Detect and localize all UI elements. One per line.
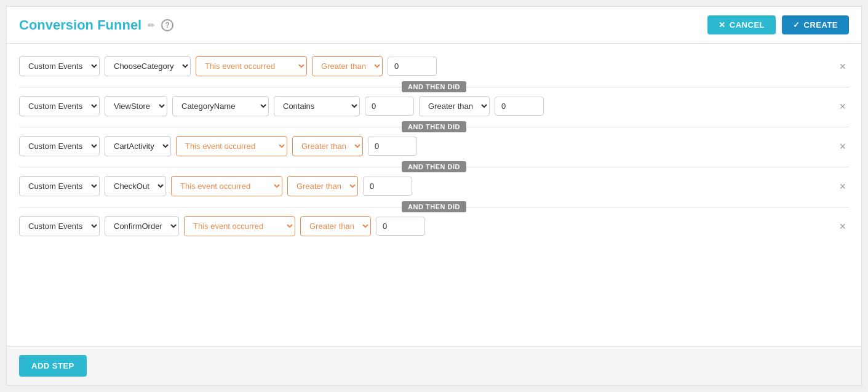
add-step-button[interactable]: ADD STEP [19,355,87,377]
separator-line-3-right [466,167,849,167]
step3-remove-button[interactable]: × [836,141,849,152]
step5-value[interactable] [376,217,425,236]
separator-label-1: AND THEN DID [402,81,466,92]
separator-4: AND THEN DID [19,201,849,212]
step3-event-name[interactable]: CartActivity [105,136,171,156]
step2-occurrence[interactable]: CategoryName This event occurred [172,96,269,116]
step4-remove-button[interactable]: × [836,181,849,192]
step2-value[interactable] [365,97,414,116]
step4-occurrence[interactable]: This event occurred This event did not o… [171,176,282,196]
step1-remove-button[interactable]: × [836,61,849,72]
step3-occurrence[interactable]: This event occurred This event did not o… [176,136,287,156]
separator-line-3 [19,167,402,167]
step4-comparator[interactable]: Greater than Less than Equal to [287,176,358,196]
create-icon: ✓ [793,20,800,30]
header: Conversion Funnel ✏ ? ✕ CANCEL ✓ CREATE [7,7,861,44]
step2-remove-button[interactable]: × [836,101,849,112]
step4-value[interactable] [363,177,412,196]
page-title: Conversion Funnel [19,17,141,33]
step3-comparator[interactable]: Greater than Less than Equal to [292,136,363,156]
page-container: Conversion Funnel ✏ ? ✕ CANCEL ✓ CREATE … [6,6,862,386]
step1-occurrence[interactable]: This event occurred This event did not o… [196,56,307,76]
step1-event-name[interactable]: ChooseCategory [105,56,191,76]
step1-comparator[interactable]: Greater than Less than Equal to [312,56,383,76]
separator-line-right [466,87,849,87]
separator-line-4 [19,207,402,207]
help-icon[interactable]: ? [161,19,173,31]
step5-occurrence[interactable]: This event occurred This event did not o… [184,216,295,236]
step5-event-name[interactable]: ConfirmOrder [105,216,179,236]
separator-line-2 [19,127,402,127]
separator-2: AND THEN DID [19,121,849,132]
content-area: Custom Events Page Views Sessions Choose… [7,44,861,346]
step5-comparator[interactable]: Greater than Less than Equal to [300,216,371,236]
separator-3: AND THEN DID [19,161,849,172]
step4-event-name[interactable]: CheckOut [105,176,166,196]
step-row-5: Custom Events Page Views Sessions Confir… [19,216,849,236]
footer: ADD STEP [7,346,861,385]
separator-line-4-right [466,207,849,207]
cancel-button[interactable]: ✕ CANCEL [707,15,776,34]
step2-event-name[interactable]: ViewStore [105,96,167,116]
step2-prop-value[interactable] [495,97,544,116]
step2-event-type[interactable]: Custom Events Page Views Sessions [19,96,100,116]
separator-line-2-right [466,127,849,127]
separator-label-3: AND THEN DID [402,161,466,172]
separator-1: AND THEN DID [19,81,849,92]
step-row-4: Custom Events Page Views Sessions CheckO… [19,176,849,196]
cancel-icon: ✕ [719,20,726,30]
step1-event-type[interactable]: Custom Events Page Views Sessions [19,56,100,76]
separator-label-4: AND THEN DID [402,201,466,212]
separator-label-2: AND THEN DID [402,121,466,132]
step5-remove-button[interactable]: × [836,221,849,232]
step2-comparator[interactable]: Contains Does not contain Equals [274,96,360,116]
step-row-1: Custom Events Page Views Sessions Choose… [19,56,849,76]
separator-line [19,87,402,87]
step5-event-type[interactable]: Custom Events Page Views Sessions [19,216,100,236]
step3-value[interactable] [368,137,417,156]
header-left: Conversion Funnel ✏ ? [19,17,173,33]
step1-value[interactable] [388,57,437,76]
edit-icon[interactable]: ✏ [148,20,155,30]
step4-event-type[interactable]: Custom Events Page Views Sessions [19,176,100,196]
step-row-2: Custom Events Page Views Sessions ViewSt… [19,96,849,116]
step-row-3: Custom Events Page Views Sessions CartAc… [19,136,849,156]
step3-event-type[interactable]: Custom Events Page Views Sessions [19,136,100,156]
create-button[interactable]: ✓ CREATE [782,15,849,34]
step2-prop-comparator[interactable]: Greater than Less than Equal to [419,96,490,116]
header-right: ✕ CANCEL ✓ CREATE [707,15,849,34]
